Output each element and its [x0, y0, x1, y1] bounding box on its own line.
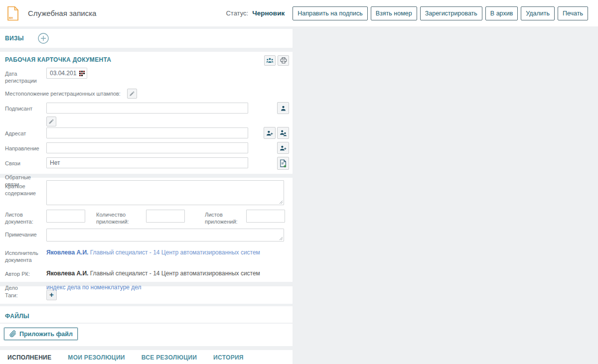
executor-label: Исполнитель документа — [0, 247, 46, 263]
executor-info: Главный специалист - 14 Центр автоматизи… — [90, 249, 260, 256]
delete-button[interactable]: Удалить — [521, 6, 555, 20]
two-people-icon — [280, 129, 287, 136]
attach-file-button[interactable]: Приложить файл — [4, 328, 78, 340]
page-title: Служебная записка — [28, 9, 96, 17]
document-type-icon: вн — [7, 6, 19, 21]
attach-sheets-label: Листов приложений: — [205, 210, 246, 225]
group-icon — [266, 57, 274, 64]
note-textarea[interactable] — [46, 229, 284, 242]
signer-label: Подписант — [0, 103, 46, 112]
pick-signer-button[interactable] — [277, 102, 289, 114]
add-addressee-button[interactable] — [264, 127, 276, 139]
send-to-sign-button[interactable]: Направить на подпись — [293, 6, 368, 20]
tab-my-resolutions[interactable]: МОИ РЕЗОЛЮЦИИ — [68, 351, 125, 364]
take-number-button[interactable]: Взять номер — [371, 6, 417, 20]
direction-label: Направление — [0, 142, 46, 152]
approvers-button[interactable] — [264, 55, 276, 66]
calendar-picker-icon[interactable] — [79, 71, 85, 76]
document-plus-icon — [280, 159, 287, 168]
add-tag-button[interactable]: + — [46, 290, 57, 300]
status-label: Статус: — [226, 9, 248, 17]
svg-text:вн: вн — [9, 16, 13, 19]
case-label: Дело — [0, 282, 46, 291]
plus-circle-icon — [38, 33, 49, 44]
edit-signer-button[interactable] — [46, 117, 56, 126]
printer-icon — [280, 57, 287, 64]
direction-input[interactable] — [46, 142, 248, 153]
archive-button[interactable]: В архив — [485, 6, 518, 20]
visas-title: ВИЗЫ — [5, 35, 24, 42]
register-button[interactable]: Зарегистрировать — [420, 6, 482, 20]
author-label: Автор РК: — [0, 268, 46, 277]
add-direction-button[interactable] — [277, 142, 289, 154]
addressee-label: Адресат — [0, 127, 46, 137]
working-card-title: РАБОЧАЯ КАРТОЧКА ДОКУМЕНТА — [5, 56, 111, 63]
pencil-icon — [129, 91, 135, 97]
topbar: вн Служебная записка Статус: Черновик На… — [0, 0, 598, 26]
stamps-label: Местоположение регистрационных штампов: — [0, 90, 121, 97]
visas-section: ВИЗЫ — [0, 29, 293, 48]
person-plus-icon — [280, 145, 287, 151]
links-input[interactable] — [46, 157, 248, 168]
add-link-button[interactable] — [277, 157, 289, 170]
attach-sheets-input[interactable] — [246, 210, 285, 223]
tab-all-resolutions[interactable]: ВСЕ РЕЗОЛЮЦИИ — [142, 351, 197, 364]
summary-label: Краткое содержание — [0, 180, 46, 197]
tab-execution[interactable]: ИСПОЛНЕНИЕ — [7, 351, 51, 364]
working-card-section: РАБОЧАЯ КАРТОЧКА ДОКУМЕНТА Дата регистра… — [0, 52, 293, 174]
status-badge: Черновик — [252, 9, 285, 17]
working-card-details-section: Краткое содержание Листов документа: Кол… — [0, 178, 293, 282]
print-card-button[interactable] — [278, 55, 289, 66]
reg-date-label: Дата регистрации — [0, 68, 46, 84]
person-icon — [280, 105, 287, 112]
addressee-input[interactable] — [46, 127, 248, 138]
person-plus-icon — [266, 130, 273, 136]
sheets-doc-label: Листов документа: — [0, 210, 46, 225]
note-label: Примечание — [0, 229, 46, 238]
links-label: Связи — [0, 157, 46, 167]
pencil-icon — [48, 119, 54, 124]
author-info: Главный специалист - 14 Центр автоматизи… — [90, 270, 260, 277]
edit-stamps-button[interactable] — [127, 89, 137, 99]
tags-label: Таги: — [0, 292, 46, 298]
attach-count-input[interactable] — [146, 210, 185, 223]
tab-history[interactable]: ИСТОРИЯ — [213, 351, 244, 364]
executor-name-link[interactable]: Яковлева А.И. — [46, 249, 88, 256]
files-section: ФАЙЛЫ Приложить файл — [0, 306, 293, 346]
attach-count-label: Количество приложений: — [96, 210, 146, 225]
case-index-link[interactable]: индекс дела по номенклатуре дел — [46, 282, 142, 291]
summary-textarea[interactable] — [46, 180, 284, 205]
plus-icon: + — [49, 291, 54, 298]
signer-input[interactable] — [46, 103, 248, 114]
bottom-tabs: ИСПОЛНЕНИЕ МОИ РЕЗОЛЮЦИИ ВСЕ РЕЗОЛЮЦИИ И… — [0, 350, 293, 364]
print-button[interactable]: Печать — [558, 6, 588, 20]
sheets-doc-input[interactable] — [46, 210, 85, 223]
paperclip-icon — [9, 330, 16, 338]
files-title: ФАЙЛЫ — [5, 313, 29, 320]
pick-addressee-group-button[interactable] — [277, 127, 289, 139]
add-visa-button[interactable] — [38, 33, 49, 44]
author-name: Яковлева А.И. — [46, 270, 88, 277]
